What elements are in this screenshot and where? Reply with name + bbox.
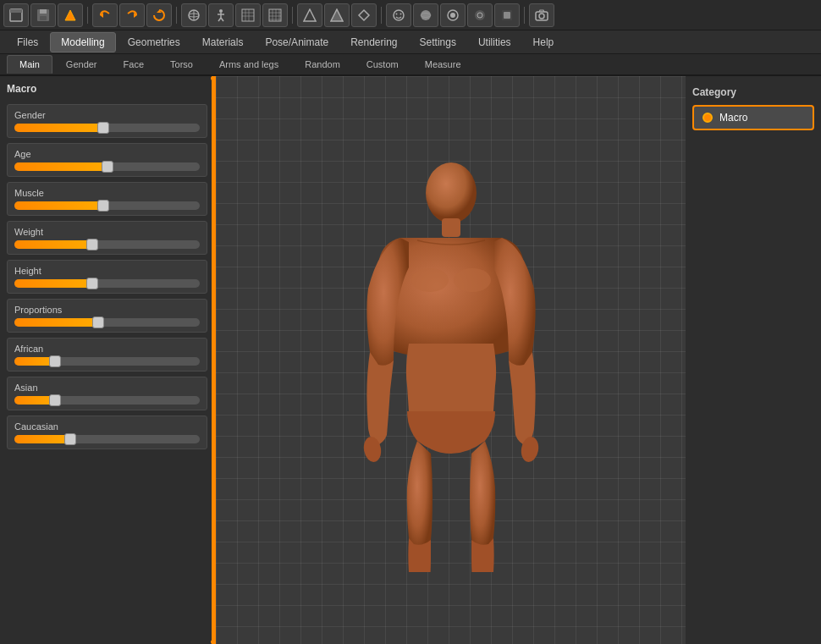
menu-rendering[interactable]: Rendering [340,33,407,52]
menu-files[interactable]: Files [7,33,48,52]
shape1-button[interactable] [297,3,322,27]
unknown1-button[interactable] [58,3,83,27]
svg-point-33 [396,13,398,14]
geom1-button[interactable] [181,3,207,27]
menubar: Files Modelling Geometries Materials Pos… [0,30,821,54]
gender-label: Gender [14,110,200,120]
height-label: Height [14,266,200,276]
weight-label: Weight [14,227,200,237]
tool2-button[interactable] [467,3,493,27]
tabbar: Main Gender Face Torso Arms and legs Ran… [0,54,821,76]
svg-point-44 [539,14,544,19]
weight-slider[interactable] [14,240,200,249]
right-panel: Category Macro [686,76,821,644]
gender-slider[interactable] [14,124,200,132]
shape2-button[interactable] [324,3,350,27]
asian-label: Asian [14,383,200,393]
3d-figure [333,149,570,572]
menu-help[interactable]: Help [523,33,565,52]
age-slider[interactable] [14,162,200,171]
tool3-button[interactable] [494,3,520,27]
redo-button[interactable] [119,3,145,27]
tool1-button[interactable] [440,3,466,27]
panel-bottom-dot [211,640,215,644]
face-button[interactable] [386,3,411,27]
svg-marker-29 [304,9,316,21]
menu-materials[interactable]: Materials [192,33,254,52]
camera-button[interactable] [529,3,554,27]
african-label: African [14,344,200,354]
check-button[interactable] [262,3,288,27]
svg-point-45 [426,162,477,223]
svg-point-48 [454,268,491,292]
asian-slider-group: Asian [7,377,207,410]
panel-top-dot [211,76,215,80]
window-button[interactable] [3,3,29,27]
svg-marker-31 [359,10,369,20]
svg-point-12 [219,9,223,13]
tab-measure[interactable]: Measure [412,55,474,74]
shape3-button[interactable] [351,3,377,27]
muscle-slider-group: Muscle [7,182,207,216]
proportions-label: Proportions [14,305,200,315]
height-slider-group: Height [7,260,207,294]
african-slider-group: African [7,338,207,372]
separator-2 [176,7,177,24]
svg-point-35 [421,10,431,20]
height-slider[interactable] [14,279,200,288]
tab-torso[interactable]: Torso [157,55,206,74]
svg-marker-5 [65,10,75,20]
tab-custom[interactable]: Custom [354,55,411,74]
caucasian-label: Caucasian [14,421,200,432]
separator-3 [292,7,293,24]
viewport[interactable] [216,76,686,644]
left-panel: Macro Gender Age Muscle [0,76,216,644]
svg-rect-1 [10,9,22,13]
save-button[interactable] [30,3,56,27]
asian-slider[interactable] [14,396,200,405]
toolbar [0,0,821,30]
caucasian-slider[interactable] [14,435,200,443]
menu-pose-animate[interactable]: Pose/Animate [255,33,339,52]
category-box: Category Macro [692,86,814,130]
category-macro-item[interactable]: Macro [692,105,814,130]
mesh1-button[interactable] [235,3,261,27]
undo-button[interactable] [92,3,118,27]
svg-rect-46 [442,218,460,237]
svg-line-16 [221,18,223,21]
svg-rect-3 [40,9,47,14]
svg-marker-30 [331,9,343,21]
category-macro-radio [703,113,713,123]
proportions-slider[interactable] [14,318,200,327]
muscle-slider[interactable] [14,201,200,210]
svg-point-32 [394,10,404,20]
menu-modelling[interactable]: Modelling [50,32,115,52]
proportions-slider-group: Proportions [7,299,207,333]
category-macro-label: Macro [719,112,747,124]
menu-settings[interactable]: Settings [410,33,466,52]
sphere-button[interactable] [413,3,438,27]
caucasian-slider-group: Caucasian [7,416,207,449]
tab-face[interactable]: Face [111,55,157,74]
weight-slider-group: Weight [7,221,207,255]
tab-main[interactable]: Main [7,55,52,74]
svg-rect-17 [242,9,254,21]
category-title: Category [692,86,814,98]
svg-rect-42 [504,12,510,19]
age-label: Age [14,149,200,159]
menu-geometries[interactable]: Geometries [118,33,190,52]
separator-1 [87,7,88,24]
svg-point-38 [450,13,455,18]
separator-4 [381,7,382,24]
refresh-button[interactable] [146,3,172,27]
panel-border [212,76,214,644]
menu-utilities[interactable]: Utilities [468,33,521,52]
tab-random[interactable]: Random [292,55,353,74]
african-slider[interactable] [14,357,200,366]
svg-point-39 [475,10,485,20]
svg-point-34 [400,13,402,14]
tab-gender[interactable]: Gender [53,55,110,74]
figure-button[interactable] [208,3,234,27]
tab-arms-and-legs[interactable]: Arms and legs [207,55,291,74]
macro-section-title: Macro [7,83,207,97]
